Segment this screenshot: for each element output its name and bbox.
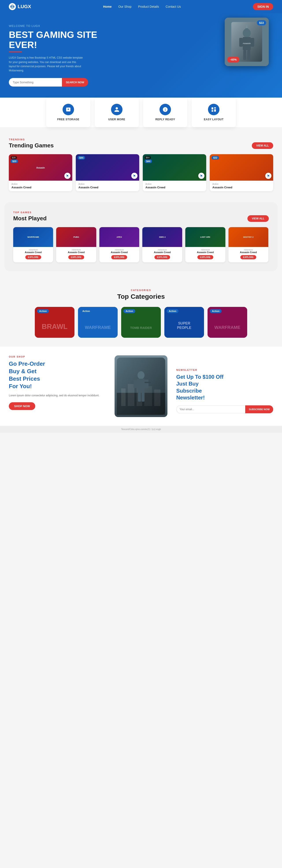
cat-label-1: Action [37, 309, 49, 313]
bottom-section: OUR SHOP Go Pre-Order Buy & Get Best Pri… [0, 346, 282, 426]
features-strip: FREE STORAGE USER MORE REPLY READY EASY … [0, 98, 282, 127]
cat-label-4: Action [166, 309, 179, 313]
price-single-4: $32 [212, 156, 219, 159]
shop-promo-desc: Lorem ipsum dolor consectetur adipiscing… [9, 394, 106, 398]
svg-text:Assassin: Assassin [243, 42, 251, 44]
nav-contact[interactable]: Contact Us [166, 5, 181, 8]
mp-card-5: LOST ARK Adventure Assasin Creed EXPLORE [185, 227, 225, 262]
game-genre-3: Action [146, 183, 203, 185]
game-info-4: Action Assasin Creed [210, 181, 273, 191]
hero-discount-badge: -40% [227, 57, 239, 63]
trending-view-all[interactable]: VIEW ALL [252, 142, 273, 149]
mp-genre-5: Adventure [187, 249, 223, 251]
mp-explore-6[interactable]: EXPLORE [240, 255, 256, 259]
svg-rect-43 [142, 391, 145, 402]
brand-name: LUGX [18, 4, 31, 9]
svg-text:BRAWL: BRAWL [42, 322, 67, 331]
cart-button-4[interactable] [265, 173, 272, 179]
mp-thumb-4: SIMS 4 [142, 227, 182, 247]
signin-button[interactable]: SIGN IN [253, 3, 273, 10]
user-icon [111, 104, 123, 115]
mp-label-6: DESTINY 2 [243, 236, 253, 238]
game-info-3: Action Assasin Creed [143, 181, 206, 191]
cat-card-3[interactable]: TOMB RAIDER Action [121, 307, 161, 338]
cat-card-2[interactable]: WARFRAME Action [78, 307, 118, 338]
mp-thumb-5: LOST ARK [185, 227, 225, 247]
svg-rect-8 [251, 38, 254, 47]
svg-rect-16 [214, 109, 216, 112]
mp-explore-2[interactable]: EXPLORE [68, 255, 84, 259]
mp-explore-5[interactable]: EXPLORE [197, 255, 213, 259]
hero-description: LUGX Gaming is free Bootstrap 5 HTML CSS… [9, 56, 84, 73]
mp-thumb-6: DESTINY 2 [228, 227, 268, 247]
game-thumb-4: $32 [210, 154, 273, 181]
most-played-view-all[interactable]: VIEW ALL [247, 215, 269, 222]
categories-section: CATEGORIES Top Categories BRAWL Action W… [0, 280, 282, 346]
svg-text:WARFRAME: WARFRAME [85, 325, 111, 330]
mp-explore-1[interactable]: EXPLORE [25, 255, 41, 259]
trending-game-4: $32 Action Assasin Creed [210, 154, 273, 191]
svg-point-38 [137, 371, 145, 379]
game-info-2: Action Assasin Creed [76, 181, 139, 191]
hero-underline [9, 51, 22, 52]
cart-button-2[interactable] [131, 173, 137, 179]
mp-label-5: LOST ARK [200, 236, 210, 238]
feature-user-more: USER MORE [95, 98, 139, 127]
hero-welcome: WELCOME TO LUGX [9, 24, 141, 28]
subscribe-button[interactable]: SUBSCRIBE NOW [245, 405, 273, 413]
most-played-tag: TOP GAMES [13, 211, 269, 214]
layout-icon [208, 104, 219, 115]
shop-now-button[interactable]: SHOP NOW [9, 402, 35, 410]
mp-label-4: SIMS 4 [159, 236, 166, 238]
search-input[interactable] [9, 78, 62, 87]
shop-tag: OUR SHOP [9, 355, 106, 358]
feature-free-storage-label: FREE STORAGE [51, 118, 86, 121]
mp-card-2: PUBG Adventure Assasin Creed EXPLORE [56, 227, 96, 262]
game-name-2: Assasin Creed [79, 186, 136, 189]
game-image-4 [210, 154, 273, 181]
game-name-1: Assasin Creed [11, 186, 70, 189]
nav-product-details[interactable]: Product Details [138, 5, 159, 8]
mp-card-1: WARFRAME Adventure Assasin Creed EXPLORE [13, 227, 53, 262]
cat-card-5[interactable]: WARFRAME Action [208, 307, 247, 338]
svg-rect-40 [133, 380, 137, 388]
cat-card-1[interactable]: BRAWL Action [35, 307, 74, 338]
game-genre-2: Action [79, 183, 136, 185]
cart-button-3[interactable] [198, 173, 205, 179]
svg-rect-44 [145, 382, 151, 383]
search-button[interactable]: SEARCH NOW [62, 78, 88, 87]
nav-home[interactable]: Home [103, 5, 112, 8]
svg-rect-14 [212, 107, 213, 110]
shop-hero-image [115, 355, 167, 417]
hero-content: WELCOME TO LUGX BEST GAMING SITE EVER! L… [9, 24, 141, 87]
feature-user-more-label: USER MORE [99, 118, 134, 121]
game-name-4: Assasin Creed [212, 186, 271, 189]
newsletter-email-input[interactable] [176, 405, 245, 413]
mp-explore-4[interactable]: EXPLORE [154, 255, 170, 259]
nav-links: Home Our Shop Product Details Contact Us [103, 5, 181, 8]
feature-easy-layout-label: EASY LAYOUT [196, 118, 231, 121]
most-played-title: Most Played [13, 215, 47, 222]
newsletter: NEWSLETTER Get Up To $100 Off Just Buy S… [167, 355, 273, 413]
price-new-1: $20 [10, 159, 18, 163]
mp-genre-4: Adventure [144, 249, 181, 251]
mp-label-3: APEX [117, 236, 122, 238]
svg-rect-9 [243, 50, 246, 60]
cart-button-1[interactable] [64, 173, 70, 179]
nav-shop[interactable]: Our Shop [118, 5, 131, 8]
game-image-1: Assasin [9, 154, 72, 181]
brand-logo[interactable]: LUGX [9, 3, 31, 10]
mp-explore-3[interactable]: EXPLORE [111, 255, 127, 259]
feature-free-storage: FREE STORAGE [46, 98, 90, 127]
mp-info-4: Adventure Assasin Creed EXPLORE [142, 247, 182, 262]
price-new-3: $44 [145, 159, 152, 163]
svg-rect-42 [138, 391, 141, 402]
newsletter-title: Get Up To $100 Off Just Buy Subscribe Ne… [176, 373, 273, 401]
hero-title: BEST GAMING SITE EVER! [9, 30, 141, 50]
svg-text:SUPER: SUPER [178, 321, 190, 325]
mp-thumb-2: PUBG [56, 227, 96, 247]
cat-card-4[interactable]: SUPER PEOPLE Action [164, 307, 204, 338]
mp-name-6: Assasin Creed [230, 251, 267, 254]
cat-label-5: Action [210, 309, 222, 313]
mp-info-3: Adventure Assasin Creed EXPLORE [99, 247, 139, 262]
